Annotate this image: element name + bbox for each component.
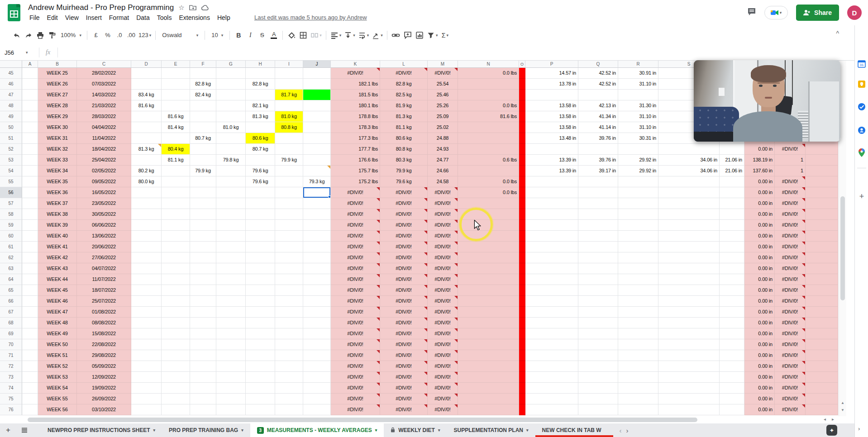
cell-N47[interactable]	[458, 90, 519, 100]
cell-S73[interactable]	[658, 372, 720, 383]
cell-U56[interactable]: 0.00 in	[744, 187, 775, 198]
cell-O72[interactable]	[519, 361, 525, 372]
cell-V61[interactable]: #DIV/0!	[775, 242, 806, 252]
cell-O52[interactable]	[519, 144, 525, 155]
cell-U73[interactable]: 0.00 in	[744, 372, 775, 383]
cell-M61[interactable]: #DIV/0!	[428, 242, 458, 252]
cell-N74[interactable]	[458, 383, 519, 394]
insert-chart-icon[interactable]	[414, 29, 425, 42]
cell-B58[interactable]: WEEK 38	[38, 209, 77, 220]
cell-I49[interactable]: 81.0 kg	[275, 111, 303, 122]
cell-G49[interactable]	[216, 111, 246, 122]
cell-R72[interactable]	[618, 361, 658, 372]
cell-R51[interactable]: 30.31 in	[618, 133, 658, 144]
cell-F52[interactable]	[190, 144, 216, 155]
cell-K66[interactable]: #DIV/0!	[331, 296, 380, 307]
cell-A62[interactable]	[22, 252, 38, 263]
cell-F45[interactable]	[190, 68, 216, 79]
cell-B59[interactable]: WEEK 39	[38, 220, 77, 231]
add-addon-icon[interactable]: +	[857, 192, 866, 201]
cell-Q54[interactable]: 39.17 in	[578, 166, 618, 176]
cell-O54[interactable]	[519, 166, 525, 176]
cell-K58[interactable]: #DIV/0!	[331, 209, 380, 220]
cell-H53[interactable]	[246, 155, 275, 166]
cell-N62[interactable]	[458, 252, 519, 263]
col-header-B[interactable]: B	[38, 61, 77, 68]
font-select[interactable]: Oswald▾	[158, 29, 202, 42]
cell-F73[interactable]	[190, 372, 216, 383]
cell-N54[interactable]	[458, 166, 519, 176]
cell-A64[interactable]	[22, 274, 38, 285]
cell-D55[interactable]: 80.0 kg	[131, 176, 162, 187]
cell-S75[interactable]	[658, 394, 720, 404]
cell-C67[interactable]: 01/08/2022	[77, 307, 131, 318]
cell-O51[interactable]	[519, 133, 525, 144]
cell-F63[interactable]	[190, 263, 216, 274]
cell-W56[interactable]	[806, 187, 838, 198]
cell-M55[interactable]: 24.58	[428, 176, 458, 187]
cell-P46[interactable]: 13.78 in	[525, 79, 578, 90]
cell-G74[interactable]	[216, 383, 246, 394]
cell-M53[interactable]: 24.77	[428, 155, 458, 166]
cell-Q65[interactable]	[578, 285, 618, 296]
cell-C49[interactable]: 28/03/2022	[77, 111, 131, 122]
cell-H51[interactable]: 80.6 kg	[246, 133, 275, 144]
cell-U62[interactable]: 0.00 in	[744, 252, 775, 263]
collapse-panel-icon[interactable]: ›	[858, 425, 860, 432]
cell-L55[interactable]: 79.6 kg	[380, 176, 428, 187]
row-header-50[interactable]: 50	[0, 122, 22, 133]
cell-C68[interactable]: 08/08/2022	[77, 318, 131, 328]
cell-I56[interactable]	[275, 187, 303, 198]
cell-I70[interactable]	[275, 339, 303, 350]
cell-O66[interactable]	[519, 296, 525, 307]
cell-U67[interactable]: 0.00 in	[744, 307, 775, 318]
filter-icon[interactable]: ▾	[425, 29, 439, 42]
cell-E73[interactable]	[162, 372, 190, 383]
cell-O74[interactable]	[519, 383, 525, 394]
cell-I52[interactable]	[275, 144, 303, 155]
row-header-48[interactable]: 48	[0, 100, 22, 111]
cell-R59[interactable]	[618, 220, 658, 231]
cell-W76[interactable]	[806, 404, 838, 415]
cell-T54[interactable]: 21.06 in	[720, 166, 744, 176]
row-header-47[interactable]: 47	[0, 90, 22, 100]
cell-M72[interactable]: #DIV/0!	[428, 361, 458, 372]
cell-D59[interactable]	[131, 220, 162, 231]
cell-C73[interactable]: 12/09/2022	[77, 372, 131, 383]
cell-Q58[interactable]	[578, 209, 618, 220]
cell-I65[interactable]	[275, 285, 303, 296]
cell-Q75[interactable]	[578, 394, 618, 404]
cell-H76[interactable]	[246, 404, 275, 415]
cell-R57[interactable]	[618, 198, 658, 209]
cell-D58[interactable]	[131, 209, 162, 220]
cell-W52[interactable]	[806, 144, 838, 155]
scroll-left-icon[interactable]: ◂	[824, 417, 826, 422]
row-header-52[interactable]: 52	[0, 144, 22, 155]
row-header-58[interactable]: 58	[0, 209, 22, 220]
cell-D45[interactable]	[131, 68, 162, 79]
cell-U71[interactable]: 0.00 in	[744, 350, 775, 361]
cell-B65[interactable]: WEEK 45	[38, 285, 77, 296]
cell-H66[interactable]	[246, 296, 275, 307]
cell-Q74[interactable]	[578, 383, 618, 394]
cell-F66[interactable]	[190, 296, 216, 307]
cell-S52[interactable]	[658, 144, 720, 155]
cell-O55[interactable]	[519, 176, 525, 187]
cell-G45[interactable]	[216, 68, 246, 79]
cell-O46[interactable]	[519, 79, 525, 90]
cell-G76[interactable]	[216, 404, 246, 415]
strikethrough-icon[interactable]: S	[256, 29, 268, 42]
cell-E52[interactable]: 80.4 kg	[162, 144, 190, 155]
cell-F48[interactable]	[190, 100, 216, 111]
cell-Q64[interactable]	[578, 274, 618, 285]
cell-R47[interactable]	[618, 90, 658, 100]
cell-P57[interactable]	[525, 198, 578, 209]
cell-J57[interactable]	[303, 198, 331, 209]
star-icon[interactable]: ☆	[178, 4, 184, 12]
cell-A60[interactable]	[22, 231, 38, 242]
cell-B47[interactable]: WEEK 27	[38, 90, 77, 100]
cell-F60[interactable]	[190, 231, 216, 242]
cell-D63[interactable]	[131, 263, 162, 274]
cell-K52[interactable]: 177.7 lbs	[331, 144, 380, 155]
row-header-49[interactable]: 49	[0, 111, 22, 122]
